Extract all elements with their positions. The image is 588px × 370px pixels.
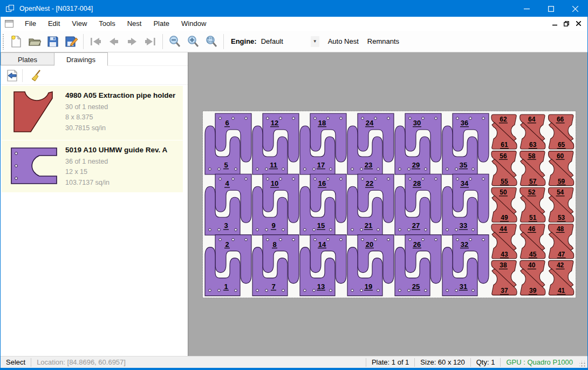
new-nest-button[interactable] xyxy=(8,33,25,50)
menu-edit[interactable]: Edit xyxy=(42,17,66,30)
part-number: 3 xyxy=(224,221,228,230)
part-number: 19 xyxy=(365,282,372,291)
first-plate-button[interactable] xyxy=(87,33,104,50)
menu-window[interactable]: Window xyxy=(175,17,212,30)
save-button[interactable] xyxy=(44,33,61,50)
chevron-down-icon[interactable]: ▼ xyxy=(311,36,319,47)
drawing-list: 4980 A05 Extraction pipe holder 30 of 1 … xyxy=(2,86,183,193)
part-number: 6 xyxy=(225,119,229,127)
nest-canvas[interactable]: 6512111817242330293635431091615222128273… xyxy=(188,52,587,356)
resize-grip[interactable] xyxy=(579,361,586,367)
next-plate-button[interactable] xyxy=(124,33,141,50)
nest-pair-red: 6059 xyxy=(549,151,574,186)
tab-plates[interactable]: Plates xyxy=(1,52,54,65)
part-number: 47 xyxy=(558,251,565,258)
part-number: 66 xyxy=(557,116,564,123)
plate-qty: Qty: 1 xyxy=(471,358,501,366)
toolbar-grip[interactable] xyxy=(2,33,5,50)
part-number: 12 xyxy=(271,119,278,127)
last-arrow-icon xyxy=(145,37,156,46)
import-drawing-button[interactable] xyxy=(4,68,20,83)
toolbar-separator xyxy=(223,34,224,49)
last-plate-button[interactable] xyxy=(142,33,159,50)
nest-pair-purple: 1413 xyxy=(300,235,346,296)
nest-pair-purple: 1211 xyxy=(252,113,299,174)
plate-count: Plate: 1 of 1 xyxy=(366,358,414,366)
plate-sheet[interactable]: 6512111817242330293635431091615222128273… xyxy=(203,111,576,298)
menu-plate[interactable]: Plate xyxy=(147,17,175,30)
remnants-button[interactable]: Remnants xyxy=(363,34,404,49)
save-as-icon xyxy=(65,36,78,48)
nest-pair-red: 6665 xyxy=(549,115,574,149)
previous-arrow-icon xyxy=(108,37,119,46)
part-number: 20 xyxy=(366,240,373,248)
part-number: 24 xyxy=(366,119,374,127)
plate-size: Size: 60 x 120 xyxy=(415,358,470,366)
menu-tools[interactable]: Tools xyxy=(93,17,121,30)
part-number: 41 xyxy=(558,287,565,294)
part-number: 25 xyxy=(412,282,420,291)
drawing-thumbnail-red xyxy=(7,89,61,136)
minimize-button[interactable] xyxy=(515,1,539,17)
cursor-location: Location: [84.8696, 60.6957] xyxy=(31,358,131,366)
zoom-fit-button[interactable] xyxy=(203,33,220,50)
nest-pair-purple: 2827 xyxy=(395,174,441,235)
nest-pair-red: 5857 xyxy=(520,151,545,186)
open-button[interactable] xyxy=(26,33,43,50)
part-number: 30 xyxy=(413,119,421,127)
part-number: 5 xyxy=(224,161,228,169)
close-icon xyxy=(572,6,578,12)
mdi-restore-button[interactable] xyxy=(560,18,572,29)
toolbar-separator xyxy=(162,34,163,49)
part-number: 43 xyxy=(501,251,508,258)
menu-file[interactable]: File xyxy=(19,17,42,30)
part-number: 45 xyxy=(529,251,537,258)
nest-pair-red: 4241 xyxy=(549,260,574,295)
nest-pair-purple: 21 xyxy=(205,235,251,296)
nest-pair-purple: 1615 xyxy=(300,174,346,235)
part-number: 33 xyxy=(460,221,467,230)
menu-nest[interactable]: Nest xyxy=(121,17,148,30)
part-number: 57 xyxy=(529,178,537,185)
mdi-close-button[interactable] xyxy=(572,18,584,29)
nest-pair-red: 4847 xyxy=(549,224,574,259)
maximize-button[interactable] xyxy=(539,1,563,17)
list-item[interactable]: 4980 A05 Extraction pipe holder 30 of 1 … xyxy=(2,86,183,140)
zoom-in-button[interactable] xyxy=(184,33,202,50)
part-number: 17 xyxy=(317,161,325,169)
part-number: 15 xyxy=(317,221,325,230)
engine-label: Engine: xyxy=(231,37,257,45)
zoom-out-button[interactable] xyxy=(166,33,183,50)
side-panel: Plates Drawings xyxy=(1,52,188,356)
window-title: OpenNest - [N0317-004] xyxy=(19,5,93,12)
list-item[interactable]: 5019 A10 UHMW guide Rev. A 36 of 1 neste… xyxy=(2,140,183,192)
toolbar-separator xyxy=(22,69,23,82)
previous-plate-button[interactable] xyxy=(105,33,122,50)
part-number: 23 xyxy=(365,161,372,169)
nest-pair-red: 3837 xyxy=(491,260,517,295)
nest-pair-purple: 43 xyxy=(205,174,251,235)
nest-pair-purple: 3029 xyxy=(395,113,441,174)
part-number: 52 xyxy=(528,189,536,196)
zoom-out-icon xyxy=(168,35,181,48)
drawing-nested-count: 30 of 1 nested xyxy=(65,102,180,112)
zoom-fit-icon xyxy=(205,35,218,48)
part-number: 60 xyxy=(557,152,564,160)
status-bar: Select Location: [84.8696, 60.6957] Plat… xyxy=(1,356,587,369)
engine-combobox[interactable]: Default ▼ xyxy=(260,35,319,48)
save-as-button[interactable] xyxy=(63,33,80,50)
auto-nest-button[interactable]: Auto Nest xyxy=(324,34,363,49)
part-number: 53 xyxy=(558,214,565,221)
tab-drawings[interactable]: Drawings xyxy=(54,52,108,66)
part-number: 22 xyxy=(366,179,373,187)
nest-pair-red: 4039 xyxy=(520,260,545,295)
part-number: 29 xyxy=(412,161,420,169)
drawing-title: 4980 A05 Extraction pipe holder xyxy=(65,91,180,99)
mdi-minimize-button[interactable] xyxy=(549,18,560,29)
menu-view[interactable]: View xyxy=(66,17,93,30)
clear-drawings-button[interactable] xyxy=(28,68,44,83)
close-button[interactable] xyxy=(563,1,587,17)
mdi-document-icon[interactable] xyxy=(5,20,13,28)
part-number: 26 xyxy=(413,240,421,248)
nest-pair-purple: 109 xyxy=(252,174,299,235)
